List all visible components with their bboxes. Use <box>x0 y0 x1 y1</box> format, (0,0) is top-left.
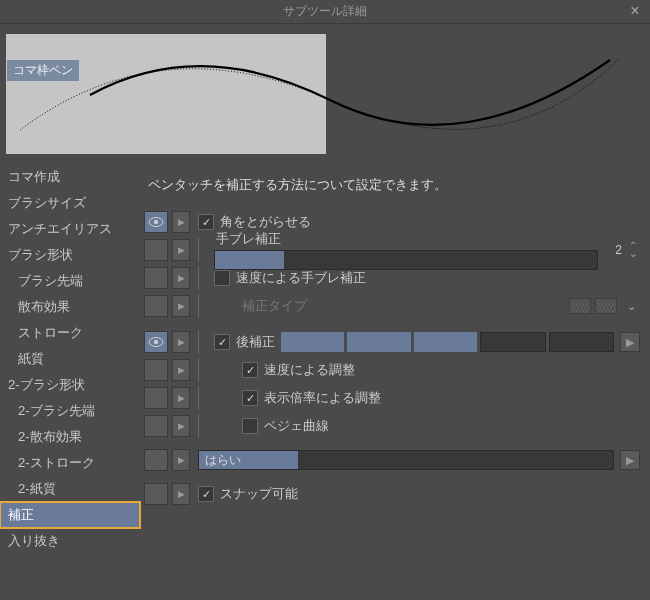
row-taper: ▶ はらい ▶ <box>144 446 640 474</box>
expand-icon[interactable]: ▶ <box>172 387 190 409</box>
row-bezier: ▶ ベジェ曲線 <box>144 412 640 440</box>
expand-icon[interactable]: ▶ <box>172 267 190 289</box>
value-stabilize: 2 <box>602 243 622 257</box>
panel-description: ペンタッチを補正する方法について設定できます。 <box>144 170 640 208</box>
row-speed-adjust: ▶ 速度による調整 <box>144 356 640 384</box>
row-snap: ▶ スナップ可能 <box>144 480 640 508</box>
sidebar-item-14[interactable]: 入り抜き <box>0 528 140 554</box>
sidebar-item-5[interactable]: 散布効果 <box>0 294 140 320</box>
group-bracket <box>198 358 206 382</box>
expand-icon[interactable]: ▶ <box>172 211 190 233</box>
svg-point-3 <box>154 340 158 344</box>
eye-icon[interactable] <box>144 211 168 233</box>
arrow-right-icon[interactable]: ▶ <box>620 450 640 470</box>
chevron-down-icon[interactable]: ⌄ <box>623 300 640 313</box>
label-sharp-corners: 角をとがらせる <box>220 213 311 231</box>
label-zoom-adjust: 表示倍率による調整 <box>264 389 381 407</box>
sidebar-item-12[interactable]: 2-紙質 <box>0 476 140 502</box>
checkbox-speed-adjust[interactable] <box>242 362 258 378</box>
sidebar-item-0[interactable]: コマ作成 <box>0 164 140 190</box>
expand-icon[interactable]: ▶ <box>172 359 190 381</box>
expand-icon[interactable]: ▶ <box>172 449 190 471</box>
sidebar-item-9[interactable]: 2-ブラシ先端 <box>0 398 140 424</box>
sidebar-item-1[interactable]: ブラシサイズ <box>0 190 140 216</box>
sidebar-item-8[interactable]: 2-ブラシ形状 <box>0 372 140 398</box>
eye-icon[interactable] <box>144 387 168 409</box>
slider-taper[interactable]: はらい <box>198 450 614 470</box>
brush-preview <box>6 30 644 156</box>
sidebar-item-4[interactable]: ブラシ先端 <box>0 268 140 294</box>
row-stabilize: ▶ 手ブレ補正 2 ⌃⌄ <box>144 236 640 264</box>
category-sidebar: コマ作成ブラシサイズアンチエイリアスブラシ形状ブラシ先端散布効果ストローク紙質2… <box>0 162 140 600</box>
label-stabilize: 手ブレ補正 <box>214 230 598 248</box>
label-speed-adjust: 速度による調整 <box>264 361 355 379</box>
sidebar-item-3[interactable]: ブラシ形状 <box>0 242 140 268</box>
preview-stroke <box>0 30 640 150</box>
label-bezier: ベジェ曲線 <box>264 417 329 435</box>
slider-stabilize[interactable] <box>214 250 598 270</box>
group-bracket <box>198 414 206 438</box>
row-post-correct: ▶ 後補正 ▶ <box>144 328 640 356</box>
hatch-icon[interactable] <box>595 298 617 314</box>
expand-icon[interactable]: ▶ <box>172 415 190 437</box>
expand-icon[interactable]: ▶ <box>172 239 190 261</box>
sidebar-item-11[interactable]: 2-ストローク <box>0 450 140 476</box>
sidebar-item-13[interactable]: 補正 <box>0 502 140 528</box>
group-bracket <box>198 238 206 262</box>
group-bracket <box>198 330 206 354</box>
eye-icon[interactable] <box>144 239 168 261</box>
expand-icon[interactable]: ▶ <box>172 483 190 505</box>
expand-icon[interactable]: ▶ <box>172 295 190 317</box>
segments-post-correct[interactable] <box>281 332 614 352</box>
checkbox-post-correct[interactable] <box>214 334 230 350</box>
eye-icon[interactable] <box>144 295 168 317</box>
checkbox-snap[interactable] <box>198 486 214 502</box>
label-correction-type: 補正タイプ <box>242 297 307 315</box>
titlebar: サブツール詳細 × <box>0 0 650 24</box>
sidebar-item-7[interactable]: 紙質 <box>0 346 140 372</box>
checkbox-speed-stabilize[interactable] <box>214 270 230 286</box>
eye-icon[interactable] <box>144 449 168 471</box>
correction-type-options <box>569 298 617 314</box>
eye-icon[interactable] <box>144 415 168 437</box>
preview-tool-name: コマ枠ペン <box>7 60 79 81</box>
svg-point-1 <box>154 220 158 224</box>
arrow-right-icon[interactable]: ▶ <box>620 332 640 352</box>
label-taper: はらい <box>205 452 241 469</box>
eye-icon[interactable] <box>144 483 168 505</box>
settings-panel: ペンタッチを補正する方法について設定できます。 ▶ 角をとがらせる ▶ 手ブレ補… <box>140 162 650 600</box>
spinner-stabilize[interactable]: ⌃⌄ <box>626 242 640 258</box>
sidebar-item-2[interactable]: アンチエイリアス <box>0 216 140 242</box>
checkbox-sharp-corners[interactable] <box>198 214 214 230</box>
eye-icon[interactable] <box>144 331 168 353</box>
row-zoom-adjust: ▶ 表示倍率による調整 <box>144 384 640 412</box>
expand-icon[interactable]: ▶ <box>172 331 190 353</box>
sidebar-item-6[interactable]: ストローク <box>0 320 140 346</box>
label-post-correct: 後補正 <box>236 333 275 351</box>
group-bracket <box>198 294 206 318</box>
row-correction-type: ▶ 補正タイプ ⌄ <box>144 292 640 320</box>
label-snap: スナップ可能 <box>220 485 298 503</box>
checkbox-zoom-adjust[interactable] <box>242 390 258 406</box>
sidebar-item-10[interactable]: 2-散布効果 <box>0 424 140 450</box>
hatch-icon[interactable] <box>569 298 591 314</box>
label-speed-stabilize: 速度による手ブレ補正 <box>236 269 366 287</box>
window-title: サブツール詳細 <box>283 3 367 20</box>
group-bracket <box>198 266 206 290</box>
close-icon[interactable]: × <box>626 2 644 20</box>
group-bracket <box>198 386 206 410</box>
eye-icon[interactable] <box>144 359 168 381</box>
eye-icon[interactable] <box>144 267 168 289</box>
checkbox-bezier[interactable] <box>242 418 258 434</box>
